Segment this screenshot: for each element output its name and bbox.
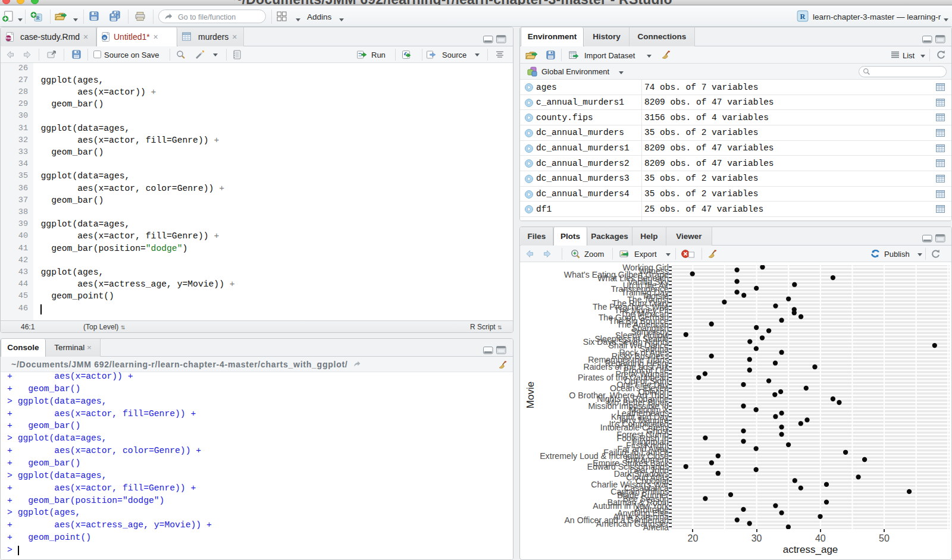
svg-text:R: R (800, 12, 806, 21)
svg-text:Rmd: Rmd (5, 37, 11, 40)
svg-text:R: R (103, 36, 106, 40)
svg-text:R: R (36, 15, 40, 21)
